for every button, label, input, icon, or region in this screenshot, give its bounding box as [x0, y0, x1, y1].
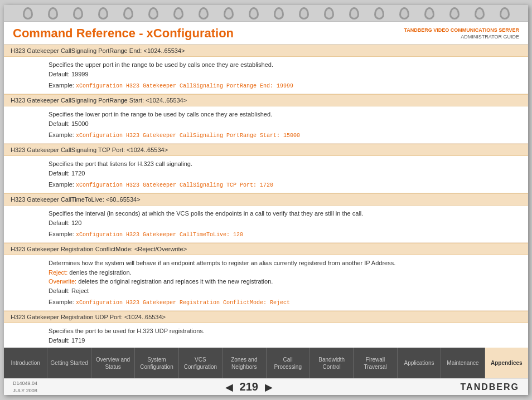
example-line-s1: Example: xConfiguration H323 Gatekeeper …	[49, 81, 521, 90]
next-page-button[interactable]: ▶	[263, 380, 275, 394]
example-line-s3: Example: xConfiguration H323 Gatekeeper …	[49, 180, 521, 189]
nav-item-maintenance[interactable]: Maintenance	[441, 348, 485, 378]
example-code-s1: xConfiguration H323 Gatekeeper CallSigna…	[76, 83, 293, 89]
ring-20	[500, 7, 510, 19]
overwrite-line: Overwrite: deletes the original registra…	[49, 277, 521, 286]
example-line-s5: Example: xConfiguration H323 Gatekeeper …	[49, 297, 521, 307]
brand-highlight: VIDEO COMMUNICATIONS SERVER	[433, 27, 519, 33]
ring-19	[475, 7, 485, 19]
ring-16	[399, 7, 409, 19]
default-value-s2: Default: 15000	[49, 119, 521, 129]
nav-item-system-config[interactable]: System Configuration	[135, 348, 178, 378]
brand-prefix: TANDBERG	[404, 27, 433, 33]
section-body-s4: Specifies the interval (in seconds) at w…	[4, 206, 528, 243]
example-line-s4: Example: xConfiguration H323 Gatekeeper …	[49, 230, 521, 239]
ring-9	[224, 7, 234, 19]
reject-line: Reject: denies the registration.	[49, 268, 521, 277]
main-content: H323 Gatekeeper CallSignaling PortRange …	[4, 45, 528, 348]
default-value-s5: Default: Reject	[49, 286, 521, 296]
brand-subtitle: ADMINISTRATOR GUIDE	[404, 33, 519, 41]
ring-6	[148, 7, 158, 19]
nav-item-overview-status[interactable]: Overview and Status	[91, 348, 135, 378]
section-body-s1: Specifies the upper port in the range to…	[4, 57, 528, 94]
section-description-s6: Specifies the port to be used for H.323 …	[49, 326, 521, 336]
section-description-s2: Specifies the lower port in the range to…	[49, 110, 521, 119]
ring-13	[324, 7, 334, 19]
nav-item-introduction[interactable]: Introduction	[4, 348, 47, 378]
section-header-s5: H323 Gatekeeper Registration ConflictMod…	[4, 243, 528, 255]
ring-7	[173, 7, 183, 19]
ring-2	[48, 7, 58, 19]
doc-date: JULY 2008	[13, 387, 37, 394]
ring-12	[299, 7, 309, 19]
bottom-navigation: IntroductionGetting StartedOverview and …	[4, 348, 528, 378]
ring-1	[23, 7, 33, 19]
doc-info: D14049.04 JULY 2008	[13, 380, 37, 394]
nav-item-appendices[interactable]: Appendices	[485, 348, 528, 378]
default-value-s3: Default: 1720	[49, 169, 521, 178]
nav-item-firewall-traversal[interactable]: Firewall Traversal	[354, 348, 397, 378]
section-description-s3: Specifies the port that listens for H.32…	[49, 159, 521, 169]
default-value-s4: Default: 120	[49, 218, 521, 228]
default-value-s6: Default: 1719	[49, 336, 521, 345]
ring-18	[449, 7, 460, 19]
section-body-s6: Specifies the port to be used for H.323 …	[4, 323, 528, 348]
brand-line: TANDBERG VIDEO COMMUNICATIONS SERVER	[404, 27, 519, 34]
section-header-s3: H323 Gatekeeper CallSignaling TCP Port: …	[4, 144, 528, 156]
pagination: ◀ 219 ▶	[223, 380, 275, 394]
ring-4	[98, 7, 108, 19]
ring-11	[274, 7, 284, 19]
example-code-s4: xConfiguration H323 Gatekeeper CallTimeT…	[76, 232, 243, 238]
ring-15	[374, 7, 384, 19]
section-header-s2: H323 Gatekeeper CallSignaling PortRange …	[4, 94, 528, 106]
brand-info: TANDBERG VIDEO COMMUNICATIONS SERVER ADM…	[404, 27, 519, 41]
nav-item-getting-started[interactable]: Getting Started	[47, 348, 91, 378]
nav-item-zones-neighbors[interactable]: Zones and Neighbors	[223, 348, 266, 378]
page-title: Command Reference - xConfiguration	[13, 26, 234, 41]
section-description-s1: Specifies the upper port in the range to…	[49, 60, 521, 70]
section-header-s6: H323 Gatekeeper Registration UDP Port: <…	[4, 311, 528, 323]
example-code-s3: xConfiguration H323 Gatekeeper CallSigna…	[76, 182, 273, 188]
binder-rings	[4, 5, 528, 22]
example-line-s2: Example: xConfiguration H323 Gatekeeper …	[49, 130, 521, 140]
footer-brand: TANDBERG	[461, 382, 519, 392]
nav-item-bandwidth-control[interactable]: Bandwidth Control	[310, 348, 354, 378]
prev-page-button[interactable]: ◀	[223, 380, 235, 394]
ring-5	[123, 7, 133, 19]
ring-10	[249, 7, 259, 19]
section-description-s5: Determines how the system will behave if…	[49, 258, 521, 268]
ring-14	[349, 7, 359, 19]
doc-number: D14049.04	[13, 380, 37, 387]
nav-item-call-processing[interactable]: Call Processing	[267, 348, 310, 378]
ring-3	[73, 7, 83, 19]
section-body-s3: Specifies the port that listens for H.32…	[4, 156, 528, 193]
ring-17	[424, 7, 434, 19]
section-body-s2: Specifies the lower port in the range to…	[4, 106, 528, 144]
nav-item-vcs-config[interactable]: VCS Configuration	[179, 348, 223, 378]
page-number: 219	[240, 381, 258, 393]
ring-8	[199, 7, 209, 19]
section-description-s4: Specifies the interval (in seconds) at w…	[49, 209, 521, 218]
example-code-s5: xConfiguration H323 Gatekeeper Registrat…	[76, 300, 290, 306]
nav-item-applications[interactable]: Applications	[398, 348, 441, 378]
section-header-s4: H323 Gatekeeper CallTimeToLive: <60..655…	[4, 193, 528, 206]
section-body-s5: Determines how the system will behave if…	[4, 255, 528, 311]
page-footer: D14049.04 JULY 2008 ◀ 219 ▶ TANDBERG	[4, 378, 528, 395]
section-header-s1: H323 Gatekeeper CallSignaling PortRange …	[4, 45, 528, 57]
default-value-s1: Default: 19999	[49, 70, 521, 79]
example-code-s2: xConfiguration H323 Gatekeeper CallSigna…	[76, 133, 300, 139]
page-header: Command Reference - xConfiguration TANDB…	[4, 22, 528, 45]
